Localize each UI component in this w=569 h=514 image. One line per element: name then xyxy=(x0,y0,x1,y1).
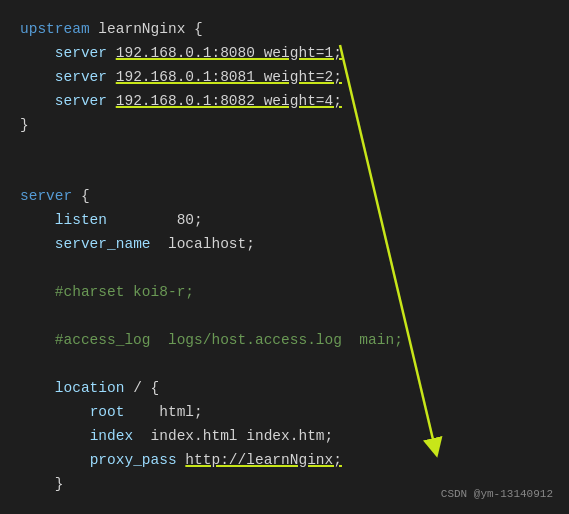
code-line-14: #access_log logs/host.access.log main; xyxy=(20,329,549,353)
code-line-4: server 192.168.0.1:8082 weight=4; xyxy=(20,90,549,114)
code-block: upstream learnNginx { server 192.168.0.1… xyxy=(0,0,569,514)
code-line-18: index index.html index.htm; xyxy=(20,425,549,449)
code-line-10: server_name localhost; xyxy=(20,233,549,257)
code-line-11 xyxy=(20,257,549,281)
code-line-6 xyxy=(20,138,549,162)
code-line-2: server 192.168.0.1:8080 weight=1; xyxy=(20,42,549,66)
code-line-7 xyxy=(20,162,549,186)
code-line-8: server { xyxy=(20,185,549,209)
code-line-13 xyxy=(20,305,549,329)
code-line-5: } xyxy=(20,114,549,138)
keyword-upstream: upstream xyxy=(20,21,90,37)
code-line-3: server 192.168.0.1:8081 weight=2; xyxy=(20,66,549,90)
watermark: CSDN @ym-13140912 xyxy=(441,488,553,500)
code-line-16: location / { xyxy=(20,377,549,401)
code-line-19: proxy_pass http://learnNginx; xyxy=(20,449,549,473)
code-line-9: listen 80; xyxy=(20,209,549,233)
code-line-1: upstream learnNginx { xyxy=(20,18,549,42)
code-line-15 xyxy=(20,353,549,377)
keyword-server: server xyxy=(20,188,72,204)
code-line-17: root html; xyxy=(20,401,549,425)
code-line-12: #charset koi8-r; xyxy=(20,281,549,305)
